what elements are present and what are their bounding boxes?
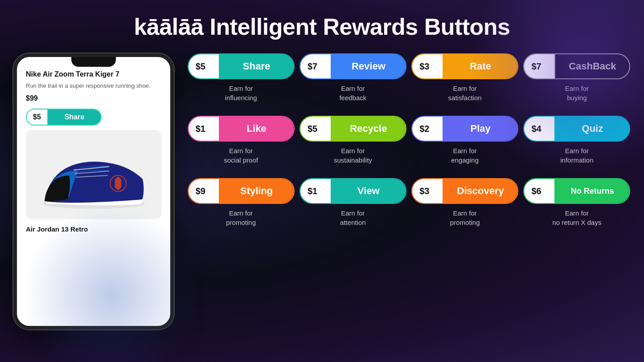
phone-product-name: Nike Air Zoom Terra Kiger 7 [26, 70, 161, 78]
reward-desc-11: Earn forno return X days [552, 208, 601, 227]
reward-item-cashback: $7CashBackEarn forbuying [523, 53, 631, 102]
reward-item-view: $1ViewEarn forattention [299, 178, 406, 227]
reward-item-play: $2PlayEarn forengaging [411, 116, 519, 165]
reward-amount-7: $4 [524, 117, 555, 141]
reward-amount-1: $7 [300, 54, 332, 78]
page-title: kāālāā Intelligent Rewards Buttons [0, 0, 644, 49]
reward-item-share: $5ShareEarn forinfluencing [187, 53, 295, 102]
reward-amount-2: $3 [412, 54, 443, 78]
reward-button-view[interactable]: $1View [299, 178, 406, 204]
reward-amount-5: $5 [300, 117, 332, 141]
phone-share-button[interactable]: $5 Share [26, 109, 102, 126]
reward-item-discovery: $3DiscoveryEarn forpromoting [411, 178, 519, 227]
reward-desc-5: Earn forsustainability [334, 146, 372, 165]
reward-item-styling: $9StylingEarn forpromoting [187, 178, 295, 227]
reward-button-rate[interactable]: $3Rate [411, 53, 518, 79]
rewards-grid: $5ShareEarn forinfluencing$7ReviewEarn f… [187, 49, 631, 240]
reward-label-9: View [332, 179, 406, 203]
reward-label-11: No Returns [555, 179, 629, 203]
reward-desc-2: Earn forsatisfaction [448, 84, 482, 102]
reward-item-quiz: $4QuizEarn forinformation [523, 116, 631, 165]
phone-shoe-image [26, 130, 161, 219]
reward-button-discovery[interactable]: $3Discovery [411, 178, 518, 204]
reward-label-0: Share [220, 54, 294, 78]
reward-amount-4: $1 [189, 117, 220, 141]
reward-desc-7: Earn forinformation [560, 146, 593, 165]
reward-label-1: Review [332, 54, 406, 78]
phone-product-desc: Run the trail in a super responsive runn… [26, 82, 161, 90]
phone-content: Nike Air Zoom Terra Kiger 7 Run the trai… [17, 57, 170, 326]
phone-mockup: Nike Air Zoom Terra Kiger 7 Run the trai… [13, 53, 174, 329]
reward-amount-3: $7 [524, 54, 555, 78]
reward-button-recycle[interactable]: $5Recycle [299, 116, 406, 142]
reward-amount-8: $9 [189, 179, 220, 203]
reward-button-styling[interactable]: $9Styling [188, 178, 295, 204]
reward-item-rate: $3RateEarn forsatisfaction [411, 53, 519, 102]
reward-button-play[interactable]: $2Play [411, 116, 518, 142]
phone-share-amount: $5 [27, 110, 48, 125]
phone-notch [71, 57, 116, 67]
main-content: Nike Air Zoom Terra Kiger 7 Run the trai… [0, 49, 644, 358]
reward-item-no-returns: $6No ReturnsEarn forno return X days [523, 178, 631, 227]
phone-product-price: $99 [26, 94, 161, 102]
reward-item-like: $1LikeEarn forsocial proof [187, 116, 295, 165]
reward-amount-9: $1 [300, 179, 332, 203]
reward-label-2: Rate [443, 54, 517, 78]
reward-desc-1: Earn forfeedback [339, 84, 366, 102]
reward-label-8: Styling [220, 179, 294, 203]
reward-button-review[interactable]: $7Review [299, 53, 406, 79]
reward-amount-10: $3 [412, 179, 443, 203]
reward-desc-9: Earn forattention [340, 208, 366, 227]
reward-amount-11: $6 [524, 179, 555, 203]
reward-label-5: Recycle [332, 117, 406, 141]
reward-amount-6: $2 [412, 117, 443, 141]
reward-desc-4: Earn forsocial proof [224, 146, 258, 165]
reward-desc-8: Earn forpromoting [226, 208, 256, 227]
reward-button-share[interactable]: $5Share [188, 53, 295, 79]
reward-button-no-returns[interactable]: $6No Returns [523, 178, 630, 204]
reward-amount-0: $5 [189, 54, 220, 78]
reward-label-3: CashBack [555, 54, 629, 78]
reward-label-7: Quiz [555, 117, 629, 141]
reward-label-6: Play [443, 117, 517, 141]
reward-item-recycle: $5RecycleEarn forsustainability [299, 116, 406, 165]
reward-button-quiz[interactable]: $4Quiz [523, 116, 630, 142]
reward-item-review: $7ReviewEarn forfeedback [299, 53, 406, 102]
phone-share-label: Share [48, 110, 101, 125]
reward-label-10: Discovery [443, 179, 517, 203]
reward-button-cashback[interactable]: $7CashBack [523, 53, 630, 79]
reward-button-like[interactable]: $1Like [188, 116, 295, 142]
reward-desc-10: Earn forpromoting [450, 208, 480, 227]
reward-desc-6: Earn forengaging [451, 146, 479, 165]
reward-desc-3: Earn forbuying [565, 84, 589, 102]
reward-desc-0: Earn forinfluencing [225, 84, 257, 102]
reward-label-4: Like [220, 117, 294, 141]
phone-product-name2: Air Jordan 13 Retro [26, 225, 161, 233]
